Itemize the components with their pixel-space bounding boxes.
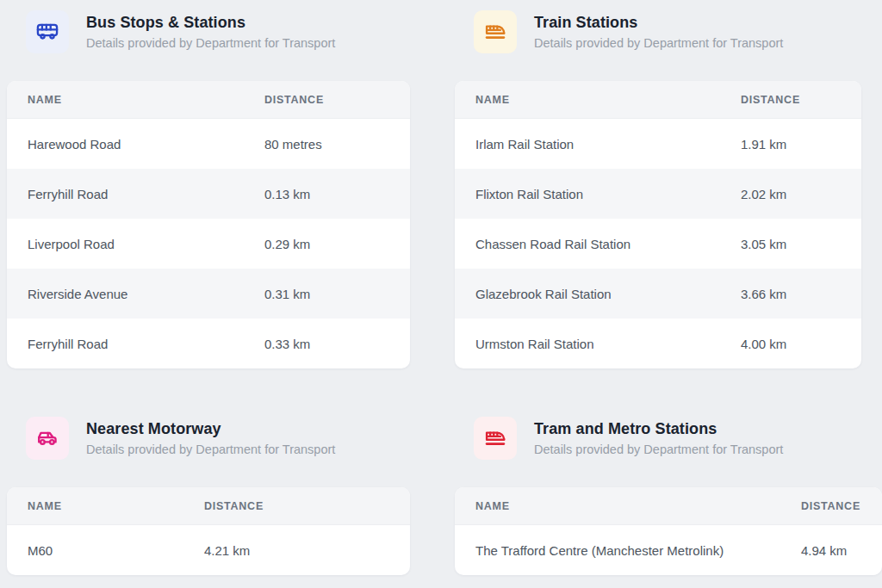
section-tram-metro: Tram and Metro Stations Details provided… (455, 413, 882, 575)
bus-section-titles: Bus Stops & Stations Details provided by… (86, 13, 335, 51)
train-section-header: Train Stations Details provided by Depar… (474, 7, 882, 57)
column-header-name: NAME (455, 500, 801, 512)
station-name: Urmston Rail Station (455, 337, 741, 351)
train-section-titles: Train Stations Details provided by Depar… (534, 13, 783, 51)
stop-name: Ferryhill Road (7, 187, 264, 201)
table-row: Riverside Avenue 0.31 km (7, 269, 410, 319)
stop-name: Ferryhill Road (7, 337, 264, 351)
section-subtitle: Details provided by Department for Trans… (86, 443, 335, 457)
section-title: Train Stations (534, 13, 783, 33)
tram-section-titles: Tram and Metro Stations Details provided… (534, 419, 783, 457)
table-row: M60 4.21 km (7, 525, 410, 575)
table-row: Chassen Road Rail Station 3.05 km (455, 219, 861, 269)
bus-icon (26, 10, 69, 53)
station-name: Chassen Road Rail Station (455, 237, 741, 251)
stop-distance: 0.13 km (264, 187, 410, 201)
section-title: Nearest Motorway (86, 419, 335, 439)
section-subtitle: Details provided by Department for Trans… (534, 443, 783, 457)
column-header-name: NAME (455, 94, 741, 106)
column-header-distance: DISTANCE (204, 500, 410, 512)
section-subtitle: Details provided by Department for Trans… (86, 36, 335, 51)
motorway-name: M60 (7, 543, 204, 558)
station-distance: 3.05 km (741, 237, 861, 251)
table-row: Ferryhill Road 0.13 km (7, 169, 410, 219)
station-distance: 1.91 km (741, 137, 861, 152)
section-nearest-motorway: Nearest Motorway Details provided by Dep… (7, 413, 410, 575)
table-row: Glazebrook Rail Station 3.66 km (455, 269, 861, 319)
stop-distance: 0.33 km (264, 337, 410, 351)
section-bus-stops: Bus Stops & Stations Details provided by… (7, 7, 410, 368)
table-row: Liverpool Road 0.29 km (7, 219, 410, 269)
motorway-table: NAME DISTANCE M60 4.21 km (7, 487, 410, 575)
station-name: Glazebrook Rail Station (455, 287, 741, 301)
tram-section-header: Tram and Metro Stations Details provided… (474, 413, 882, 463)
station-distance: 4.00 km (741, 337, 861, 351)
column-header-name: NAME (7, 94, 264, 106)
bus-section-header: Bus Stops & Stations Details provided by… (26, 7, 410, 57)
tram-stop-distance: 4.94 km (801, 543, 882, 558)
train-stations-table: NAME DISTANCE Irlam Rail Station 1.91 km… (455, 81, 861, 368)
tram-icon (474, 417, 517, 460)
station-name: Irlam Rail Station (455, 137, 741, 152)
transport-details-page: Bus Stops & Stations Details provided by… (0, 0, 882, 575)
bus-stops-table: NAME DISTANCE Harewood Road 80 metres Fe… (7, 81, 410, 368)
train-icon (474, 10, 517, 53)
section-title: Tram and Metro Stations (534, 419, 783, 439)
section-title: Bus Stops & Stations (86, 13, 335, 33)
motorway-distance: 4.21 km (204, 543, 410, 558)
station-distance: 2.02 km (741, 187, 861, 201)
table-row: Ferryhill Road 0.33 km (7, 319, 410, 368)
table-header-row: NAME DISTANCE (455, 81, 861, 119)
station-name: Flixton Rail Station (455, 187, 741, 201)
table-header-row: NAME DISTANCE (7, 81, 410, 119)
table-row: Flixton Rail Station 2.02 km (455, 169, 861, 219)
stop-name: Riverside Avenue (7, 287, 264, 301)
table-row: The Trafford Centre (Manchester Metrolin… (455, 525, 882, 575)
column-header-distance: DISTANCE (741, 94, 861, 106)
station-distance: 3.66 km (741, 287, 861, 301)
stop-name: Harewood Road (7, 137, 264, 152)
column-header-distance: DISTANCE (801, 500, 882, 512)
table-header-row: NAME DISTANCE (7, 487, 410, 525)
car-icon (26, 417, 69, 460)
motorway-section-titles: Nearest Motorway Details provided by Dep… (86, 419, 335, 457)
table-header-row: NAME DISTANCE (455, 487, 882, 525)
stop-distance: 80 metres (264, 137, 410, 152)
stop-name: Liverpool Road (7, 237, 264, 251)
stop-distance: 0.29 km (264, 237, 410, 251)
section-train-stations: Train Stations Details provided by Depar… (455, 7, 882, 368)
section-subtitle: Details provided by Department for Trans… (534, 36, 783, 51)
tram-stop-name: The Trafford Centre (Manchester Metrolin… (455, 543, 801, 558)
table-row: Irlam Rail Station 1.91 km (455, 119, 861, 169)
tram-metro-table: NAME DISTANCE The Trafford Centre (Manch… (455, 487, 882, 575)
sections-grid: Bus Stops & Stations Details provided by… (7, 7, 882, 575)
table-row: Harewood Road 80 metres (7, 119, 410, 169)
table-row: Urmston Rail Station 4.00 km (455, 319, 861, 368)
column-header-name: NAME (7, 500, 204, 512)
motorway-section-header: Nearest Motorway Details provided by Dep… (26, 413, 410, 463)
stop-distance: 0.31 km (264, 287, 410, 301)
column-header-distance: DISTANCE (264, 94, 410, 106)
